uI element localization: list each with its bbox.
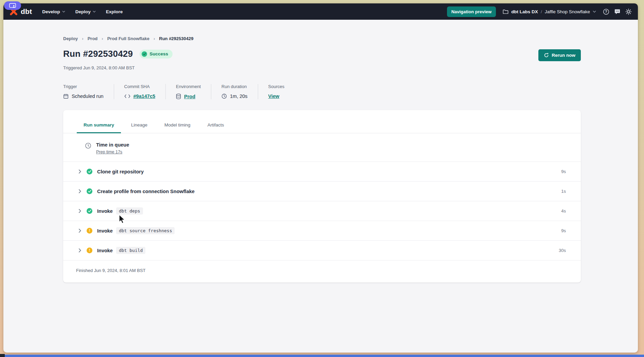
step-label: Invoke [97, 208, 113, 214]
page-title: Run #292530429 [63, 49, 133, 59]
run-step-row[interactable]: !Invokedbt build30s [63, 240, 581, 260]
meta-label: Commit SHA [124, 84, 156, 89]
nav-menus: DevelopDeployExplore [42, 9, 123, 14]
status-badge: Success [140, 50, 173, 58]
chevron-down-icon [93, 11, 96, 13]
feedback-icon[interactable] [614, 9, 621, 15]
step-label: Invoke [97, 228, 113, 234]
nav-menu-develop[interactable]: Develop [42, 9, 65, 14]
refresh-icon [544, 53, 549, 58]
warning-icon: ! [87, 228, 92, 234]
nav-menu-label: Develop [42, 9, 60, 14]
step-duration: 9s [561, 228, 566, 233]
step-duration: 4s [561, 208, 566, 214]
sources-view-link[interactable]: View [268, 94, 280, 99]
time-in-queue-section: Time in queue Prep time 17s [63, 133, 581, 162]
success-check-icon [87, 208, 92, 214]
frame-bottom-strip [5, 355, 644, 357]
time-in-queue-title: Time in queue [96, 142, 129, 148]
meta-label: Environment [176, 84, 201, 89]
nav-menu-label: Explore [106, 9, 123, 14]
meta-label: Trigger [63, 84, 104, 89]
meta-label: Sources [268, 84, 285, 89]
step-label: Clone git repository [97, 169, 144, 174]
navigation-preview-button[interactable]: Navigation preview [447, 6, 496, 17]
meta-commit-sha: Commit SHA #9a147c5 [124, 84, 166, 99]
navbar-icons: ? [603, 8, 632, 15]
run-step-row[interactable]: !Invokedbt source freshness9s [63, 221, 581, 240]
breadcrumb-item-prod-full-snowflake[interactable]: Prod Full Snowflake [107, 36, 149, 41]
account-name[interactable]: dbt Labs DX [511, 9, 538, 14]
run-step-row[interactable]: Clone git repository9s [63, 162, 581, 181]
nav-menu-deploy[interactable]: Deploy [75, 9, 96, 14]
top-navbar: dbt DevelopDeployExplore Navigation prev… [3, 3, 638, 20]
warning-icon: ! [87, 248, 92, 253]
project-name[interactable]: Jaffle Shop Snowflake [545, 9, 590, 14]
step-command-chip: dbt build [116, 247, 145, 254]
triggered-timestamp: Triggered Jun 9, 2024, 8:00 AM BST [63, 65, 581, 70]
tab-lineage[interactable]: Lineage [124, 120, 154, 133]
nav-menu-explore[interactable]: Explore [106, 9, 123, 14]
meta-run-duration: Run duration 1m, 20s [221, 84, 258, 99]
page-content: Deploy›Prod›Prod Full Snowflake›Run #292… [3, 20, 638, 353]
chevron-right-icon[interactable] [78, 189, 82, 193]
run-step-row[interactable]: Invokedbt deps4s [63, 201, 581, 221]
chevron-down-icon [62, 11, 65, 13]
meta-environment: Environment Prod [176, 84, 211, 99]
breadcrumb-item-prod[interactable]: Prod [88, 36, 98, 41]
screen-share-icon [9, 3, 16, 8]
account-separator: / [541, 9, 542, 14]
breadcrumb-item-run-292530429: Run #292530429 [159, 36, 193, 41]
calendar-icon [63, 94, 69, 99]
database-icon [176, 94, 181, 99]
rerun-now-label: Rerun now [552, 53, 575, 58]
folder-icon [503, 9, 508, 14]
success-check-icon [142, 51, 147, 57]
tab-artifacts[interactable]: Artifacts [201, 120, 231, 133]
nav-menu-label: Deploy [75, 9, 91, 14]
screen-share-badge[interactable] [4, 1, 21, 10]
breadcrumb-separator: › [154, 36, 155, 41]
account-project-switcher[interactable]: dbt Labs DX / Jaffle Shop Snowflake [503, 9, 596, 14]
steps-list: Clone git repository9sCreate profile fro… [63, 162, 581, 260]
chevron-right-icon[interactable] [78, 228, 82, 233]
step-label: Create profile from connection Snowflake [97, 189, 195, 194]
tab-model-timing[interactable]: Model timing [158, 120, 197, 133]
run-step-row[interactable]: Create profile from connection Snowflake… [63, 181, 581, 201]
step-command-chip: dbt source freshness [116, 227, 175, 234]
step-label: Invoke [97, 248, 113, 253]
breadcrumb: Deploy›Prod›Prod Full Snowflake›Run #292… [63, 36, 581, 41]
prep-time-link[interactable]: Prep time 17s [96, 150, 122, 154]
chevron-right-icon[interactable] [78, 248, 82, 253]
code-icon [124, 94, 130, 98]
gear-icon[interactable] [625, 8, 632, 15]
commit-sha-link[interactable]: #9a147c5 [133, 94, 156, 99]
help-icon[interactable]: ? [603, 8, 609, 15]
clock-icon [85, 142, 91, 155]
frame-corner [0, 354, 5, 357]
meta-label: Run duration [221, 84, 248, 89]
svg-text:?: ? [605, 10, 607, 14]
chevron-right-icon[interactable] [78, 209, 82, 213]
step-duration: 1s [561, 189, 566, 194]
run-summary-card: Run summaryLineageModel timingArtifacts … [63, 110, 581, 283]
step-duration: 30s [559, 248, 566, 253]
run-duration-value: 1m, 20s [230, 94, 248, 99]
finished-timestamp: Finished Jun 9, 2024, 8:01 AM BST [63, 260, 581, 283]
trigger-value: Scheduled run [72, 94, 104, 99]
run-tabs: Run summaryLineageModel timingArtifacts [63, 110, 581, 133]
breadcrumb-separator: › [82, 36, 83, 41]
chevron-right-icon[interactable] [78, 169, 82, 174]
environment-link[interactable]: Prod [184, 94, 195, 99]
meta-sources: Sources View [268, 84, 295, 99]
tab-run-summary[interactable]: Run summary [77, 120, 121, 133]
rerun-now-button[interactable]: Rerun now [538, 49, 581, 61]
success-check-icon [87, 169, 92, 174]
breadcrumb-separator: › [102, 36, 103, 41]
meta-trigger: Trigger Scheduled run [63, 84, 114, 99]
clock-icon [221, 94, 227, 99]
success-check-icon [87, 188, 92, 194]
navbar-right: Navigation preview dbt Labs DX / Jaffle … [447, 6, 632, 17]
breadcrumb-item-deploy[interactable]: Deploy [63, 36, 78, 41]
status-badge-label: Success [149, 51, 168, 56]
